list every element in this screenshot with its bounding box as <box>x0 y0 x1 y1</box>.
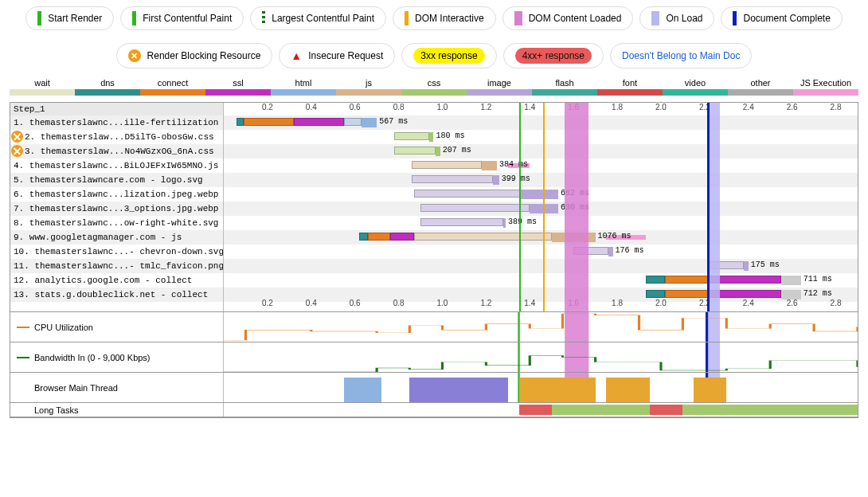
index: 13. <box>14 290 34 299</box>
label: dns <box>75 78 140 88</box>
index: 5. <box>14 175 29 185</box>
timing-marks <box>224 103 858 311</box>
url: themasterslawnc...BiLOJEFxIW65MNO.js <box>29 161 219 170</box>
mark-dcl <box>565 103 588 311</box>
type-font[interactable]: font <box>597 78 663 96</box>
legend-fcp[interactable]: First Contentful Paint <box>120 6 244 30</box>
fcp-mark <box>132 11 136 25</box>
dom-interactive-mark <box>405 11 409 25</box>
type-wait[interactable]: wait <box>10 78 75 96</box>
long-task <box>552 405 651 415</box>
step-label: Step_1 <box>10 103 223 115</box>
label: DOM Content Loaded <box>529 13 622 24</box>
type-ssl[interactable]: ssl <box>205 78 271 96</box>
label: html <box>271 78 336 88</box>
legend-4xx[interactable]: 4xx+ response <box>503 43 604 68</box>
request-label-4[interactable]: 4. themasterslawnc...BiLOJEFxIW65MNO.js <box>10 158 223 173</box>
label: js <box>336 78 401 88</box>
url: analytics.google.com - collect <box>34 276 192 285</box>
request-labels: Step_1 1. themasterslawnc...ille-fertili… <box>10 103 224 311</box>
legend-not-main[interactable]: Doesn't Belong to Main Doc <box>610 43 752 68</box>
legend-dom-interactive[interactable]: DOM Interactive <box>393 6 496 30</box>
type-css[interactable]: css <box>401 78 467 96</box>
mark-dc <box>707 103 710 311</box>
label: wait <box>10 78 75 88</box>
legend-insecure[interactable]: ▲Insecure Request <box>279 43 395 68</box>
swatch <box>793 89 858 96</box>
type-html[interactable]: html <box>271 78 336 96</box>
index: 9. <box>14 233 29 242</box>
legend-render-blocking[interactable]: ✕Render Blocking Resource <box>116 43 273 68</box>
lcp-mark <box>262 11 265 25</box>
long-task <box>682 405 858 415</box>
label: Start Render <box>48 13 102 24</box>
metrics-panels: CPU Utilization Bandwidth In (0 - 9,000 … <box>10 311 858 417</box>
swatch <box>532 89 597 96</box>
bw-panel: Bandwidth In (0 - 9,000 Kbps) <box>10 342 858 373</box>
request-label-1[interactable]: 1. themasterslawnc...ille-fertilization <box>10 115 223 130</box>
cpu-panel: CPU Utilization <box>10 312 858 342</box>
label: 3xx response <box>413 48 484 64</box>
bw-graph[interactable] <box>224 342 858 372</box>
swatch <box>597 89 663 96</box>
index: 6. <box>14 190 29 199</box>
render-blocking-icon <box>11 145 23 157</box>
cpu-graph[interactable] <box>224 312 858 342</box>
label[interactable]: Doesn't Belong to Main Doc <box>622 50 740 61</box>
long-task <box>519 405 552 415</box>
url: themasterslawnc...ille-fertilization <box>29 118 219 127</box>
label: video <box>663 78 728 88</box>
label: connect <box>140 78 205 88</box>
thread-block <box>409 378 508 402</box>
request-label-10[interactable]: 10. themasterslawnc...- chevron-down.svg <box>10 245 223 259</box>
label: image <box>467 78 532 88</box>
waterfall-chart: Step_1 1. themasterslawnc...ille-fertili… <box>10 102 858 418</box>
type-image[interactable]: image <box>467 78 532 96</box>
type-other[interactable]: other <box>728 78 793 96</box>
type-video[interactable]: video <box>663 78 728 96</box>
label: other <box>728 78 793 88</box>
thread-graph[interactable] <box>224 373 858 402</box>
legend-status: ✕Render Blocking Resource ▲Insecure Requ… <box>0 37 868 75</box>
swatch <box>75 89 140 96</box>
type-connect[interactable]: connect <box>140 78 205 96</box>
request-label-5[interactable]: 5. themasterslawncare.com - logo.svg <box>10 173 223 187</box>
type-js-execution[interactable]: JS Execution <box>793 78 858 96</box>
label: Document Complete <box>743 13 830 24</box>
longtask-panel: Long Tasks <box>10 403 858 417</box>
request-label-2[interactable]: 2. themasterslaw...D5ilTG-obosGw.css <box>10 130 223 144</box>
long-graph[interactable] <box>224 403 858 417</box>
label: Long Tasks <box>34 405 78 415</box>
index: 4. <box>14 161 29 170</box>
label: Render Blocking Resource <box>147 50 261 61</box>
legend-lcp[interactable]: Largest Contentful Paint <box>250 6 386 30</box>
swatch <box>271 89 336 96</box>
request-label-13[interactable]: 13. stats.g.doubleclick.net - collect <box>10 288 223 302</box>
request-label-8[interactable]: 8. themasterslawnc...ow-right-white.svg <box>10 216 223 230</box>
request-label-7[interactable]: 7. themasterslawnc...3_options.jpg.webp <box>10 202 223 216</box>
type-flash[interactable]: flash <box>532 78 597 96</box>
url: themasterslawncare.com - logo.svg <box>29 175 203 185</box>
swatch <box>401 89 467 96</box>
legend-onload[interactable]: On Load <box>639 6 714 30</box>
legend-dcl[interactable]: DOM Content Loaded <box>502 6 634 30</box>
legend-start-render[interactable]: Start Render <box>25 6 114 30</box>
label: font <box>597 78 663 88</box>
legend-doc-complete[interactable]: Document Complete <box>721 6 842 30</box>
index: 7. <box>14 204 29 213</box>
timeline-area[interactable]: 0.20.40.60.81.01.21.41.61.82.02.22.42.62… <box>224 103 858 311</box>
request-label-12[interactable]: 12. analytics.google.com - collect <box>10 273 223 288</box>
request-label-9[interactable]: 9. www.googletagmanager.com - js <box>10 230 223 245</box>
index: 1. <box>14 118 29 127</box>
url: themasterslaw...D5ilTG-obosGw.css <box>41 132 214 142</box>
label: Browser Main Thread <box>34 383 118 393</box>
legend-3xx[interactable]: 3xx response <box>401 43 496 68</box>
type-dns[interactable]: dns <box>75 78 140 96</box>
type-js[interactable]: js <box>336 78 401 96</box>
request-label-3[interactable]: 3. themasterslaw...No4WGzxOG_6nA.css <box>10 144 223 158</box>
label: DOM Interactive <box>415 13 484 24</box>
request-label-6[interactable]: 6. themasterslawnc...lization.jpeg.webp <box>10 187 223 202</box>
label: Largest Contentful Paint <box>272 13 374 24</box>
label: First Contentful Paint <box>143 13 232 24</box>
request-label-11[interactable]: 11. themasterslawnc...- tmlc_favicon.png <box>10 259 223 273</box>
